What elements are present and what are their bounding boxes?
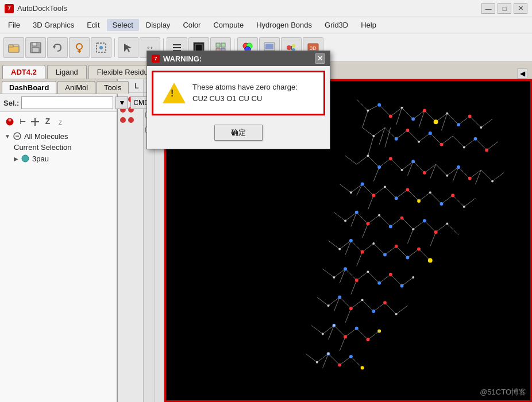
menu-3dgraphics[interactable]: 3D Graphics: [27, 19, 80, 31]
svg-point-181: [372, 194, 375, 197]
dialog-ok-button[interactable]: 确定: [214, 125, 263, 141]
warning-dialog[interactable]: 7 WARNING: ✕ ! These atoms have zero cha…: [147, 51, 330, 149]
dialog-message-line2: CU2 CU3 O1 CU CU: [192, 93, 298, 105]
svg-point-255: [395, 313, 398, 315]
svg-point-221: [355, 327, 358, 330]
tree-tool-2[interactable]: ⊢: [17, 117, 28, 127]
molecule-icon: [13, 132, 22, 141]
dialog-close-btn[interactable]: ✕: [315, 53, 325, 64]
svg-point-176: [440, 143, 444, 146]
svg-point-173: [423, 109, 426, 113]
toolbar-select-btn[interactable]: [91, 37, 111, 58]
svg-point-204: [411, 160, 415, 163]
svg-point-257: [333, 324, 335, 327]
svg-point-183: [451, 194, 454, 197]
svg-point-195: [367, 338, 370, 341]
minimize-button[interactable]: —: [481, 3, 495, 14]
tree-tool-3[interactable]: [30, 117, 40, 127]
svg-point-191: [389, 273, 392, 276]
svg-point-245: [378, 214, 380, 217]
app-title: AutoDockTools: [17, 4, 67, 13]
svg-point-210: [389, 225, 392, 228]
svg-point-237: [401, 169, 403, 171]
tab-adt42[interactable]: ADT4.2: [2, 65, 45, 79]
svg-point-194: [344, 335, 347, 338]
toolbar-undo-btn[interactable]: [47, 37, 68, 58]
menu-compute[interactable]: Compute: [207, 19, 249, 31]
svg-point-205: [457, 165, 460, 169]
menu-file[interactable]: File: [2, 19, 26, 31]
sel-dropdown[interactable]: ▼: [115, 96, 128, 109]
l-header: L: [130, 79, 143, 92]
svg-point-211: [423, 219, 426, 223]
svg-point-217: [400, 284, 404, 288]
svg-text:3D: 3D: [310, 45, 317, 51]
svg-point-224: [434, 119, 438, 124]
svg-point-207: [395, 196, 398, 200]
svg-point-213: [383, 253, 387, 257]
dialog-title: WARNING:: [163, 55, 202, 63]
menu-display[interactable]: Display: [140, 19, 176, 31]
panel-tab-dashboard[interactable]: DashBoard: [2, 81, 56, 94]
svg-point-231: [446, 112, 448, 114]
svg-point-31: [292, 44, 295, 48]
tree-all-molecules[interactable]: ▼ All Molecules: [2, 130, 114, 142]
sl-row-3: [120, 117, 141, 123]
menu-color[interactable]: Color: [177, 19, 206, 31]
tree-molecule-3pau[interactable]: ▶ 3pau: [2, 153, 114, 164]
warning-triangle: [163, 83, 186, 103]
svg-point-209: [355, 211, 358, 214]
toolbar-save-btn[interactable]: [25, 37, 46, 58]
svg-point-239: [491, 180, 494, 183]
tree-tool-5[interactable]: z: [55, 117, 65, 127]
svg-point-186: [434, 230, 438, 234]
dialog-icon: 7: [152, 55, 160, 63]
svg-point-253: [327, 304, 330, 307]
tree-tool-4[interactable]: Z: [43, 117, 53, 127]
svg-point-30: [287, 45, 291, 50]
svg-point-184: [367, 222, 370, 226]
svg-text:⊢: ⊢: [20, 117, 26, 126]
svg-point-38: [9, 119, 11, 122]
dialog-footer: 确定: [147, 120, 330, 149]
svg-point-238: [446, 175, 448, 177]
svg-point-7: [76, 44, 82, 49]
panel-tab-animol[interactable]: AniMol: [57, 81, 95, 94]
svg-point-189: [417, 248, 421, 251]
all-molecules-label: All Molecules: [24, 132, 68, 141]
tab-scroll-btn[interactable]: ◀: [517, 68, 527, 79]
svg-point-180: [468, 177, 472, 180]
menu-select[interactable]: Select: [107, 19, 139, 31]
svg-point-233: [372, 135, 375, 137]
svg-point-11: [99, 46, 103, 49]
tree-tool-1[interactable]: [5, 117, 15, 127]
menu-grid3d[interactable]: Grid3D: [319, 19, 354, 31]
toolbar-btn4[interactable]: [69, 37, 90, 58]
svg-point-252: [412, 276, 414, 279]
sel-input[interactable]: [21, 96, 113, 109]
menu-edit[interactable]: Edit: [81, 19, 105, 31]
menu-help[interactable]: Help: [355, 19, 382, 31]
window-controls: — □ ✕: [481, 3, 527, 14]
maximize-button[interactable]: □: [498, 3, 511, 14]
toolbar-arrow-btn[interactable]: [118, 37, 138, 58]
svg-point-230: [401, 107, 403, 109]
title-bar: 7 AutoDockTools — □ ✕: [0, 0, 532, 17]
close-button[interactable]: ✕: [514, 3, 527, 14]
molecule-label: 3pau: [32, 154, 49, 163]
menu-hydrogenbonds[interactable]: Hydrogen Bonds: [250, 19, 318, 31]
svg-text:z: z: [59, 118, 62, 126]
tree-current-selection[interactable]: Current Selection: [2, 142, 114, 153]
toolbar-open-btn[interactable]: [3, 37, 24, 58]
svg-line-33: [291, 46, 292, 48]
svg-point-254: [361, 299, 364, 301]
tab-ligand[interactable]: Ligand: [47, 65, 87, 79]
svg-rect-5: [32, 48, 39, 52]
svg-point-172: [389, 114, 392, 118]
panel-tab-tools[interactable]: Tools: [97, 81, 129, 94]
svg-point-232: [480, 126, 482, 129]
svg-point-243: [463, 206, 465, 208]
svg-point-259: [316, 361, 318, 364]
current-selection-label: Current Selection: [14, 143, 71, 152]
svg-point-212: [349, 239, 353, 242]
